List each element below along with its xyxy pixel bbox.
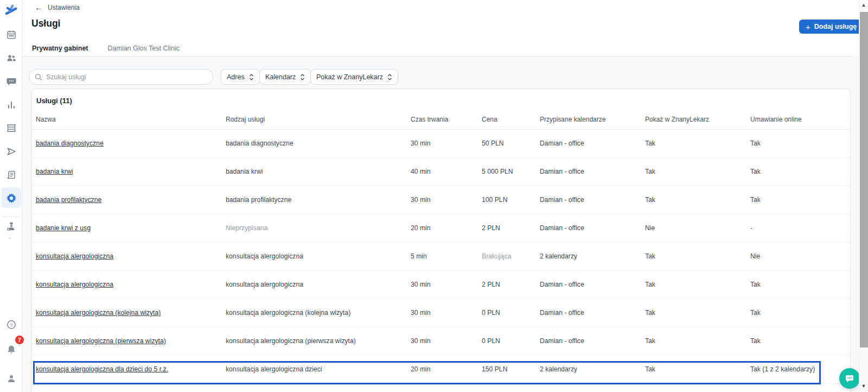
practice-icon[interactable] xyxy=(0,219,22,234)
add-service-button-label: Dodaj usługę xyxy=(814,23,857,30)
service-price: 150 PLN xyxy=(482,365,507,373)
service-type: badania diagnostyczne xyxy=(226,140,293,147)
search-input[interactable] xyxy=(46,73,207,81)
service-price: 0 PLN xyxy=(482,337,500,345)
service-online-booking: Tak xyxy=(750,281,761,288)
service-type: konsultacja alergologiczna xyxy=(226,252,303,260)
service-show-znanylekarz: Tak xyxy=(645,337,655,345)
service-price: Brakująca xyxy=(482,252,511,260)
service-row: badania profilaktyczne badania profilakt… xyxy=(31,186,850,214)
service-name-link[interactable]: badania diagnostyczne xyxy=(36,140,104,147)
service-show-znanylekarz: Tak xyxy=(645,252,655,260)
settings-gear-icon[interactable] xyxy=(0,191,22,206)
services-card: Usługi (11) Nazwa Rodzaj usługi Czas trw… xyxy=(31,88,851,392)
service-duration: 20 min xyxy=(411,365,431,373)
service-name-link[interactable]: konsultacja alergologiczna dla dzieci do… xyxy=(36,365,168,373)
service-type: badania krwi xyxy=(226,168,263,175)
column-rodzaj-uslugi: Rodzaj usługi xyxy=(221,110,406,129)
scrollbar-down-arrow[interactable]: ▼ xyxy=(859,383,868,389)
service-price: 50 PLN xyxy=(482,140,504,147)
service-calendars: 2 kalendarzy xyxy=(540,252,577,260)
chat-bubble-icon xyxy=(845,374,854,383)
service-calendars: Damian - office xyxy=(540,337,584,345)
sidebar-divider xyxy=(3,217,20,217)
services-table: Nazwa Rodzaj usługi Czas trwania Cena Pr… xyxy=(31,110,850,384)
vertical-scrollbar[interactable]: ▲ ▼ xyxy=(859,0,868,392)
service-type: badania profilaktyczne xyxy=(226,196,291,204)
service-row: konsultacja alergologiczna (kolejna wizy… xyxy=(31,299,850,327)
breadcrumb-label[interactable]: Ustawienia xyxy=(48,4,80,11)
notification-badge: 7 xyxy=(15,336,24,344)
profile-icon[interactable] xyxy=(0,371,22,386)
service-online-booking: Tak xyxy=(750,168,761,175)
chevron-up-down-icon xyxy=(300,73,305,81)
filter-pokaz-label: Pokaż w ZnanyLekarz xyxy=(316,73,383,81)
billing-icon[interactable] xyxy=(0,167,22,182)
scrollbar-thumb[interactable] xyxy=(860,12,868,347)
service-price: 0 PLN xyxy=(482,309,500,317)
campaigns-send-icon[interactable] xyxy=(0,144,22,159)
service-duration: 30 min xyxy=(411,309,431,317)
service-show-znanylekarz: Tak xyxy=(645,196,655,204)
service-name-link[interactable]: konsultacja alergologiczna (kolejna wizy… xyxy=(36,309,161,317)
back-arrow-icon[interactable]: ← xyxy=(35,3,43,11)
page-title: Usługi xyxy=(31,18,60,29)
service-duration: 30 min xyxy=(411,281,431,288)
patients-icon[interactable] xyxy=(0,50,22,66)
statistics-icon[interactable] xyxy=(0,97,22,112)
service-calendars: Damian - office xyxy=(540,224,584,232)
service-name-link[interactable]: konsultacja alergologiczna xyxy=(36,281,113,288)
scrollbar-up-arrow[interactable]: ▲ xyxy=(859,2,868,8)
service-name-link[interactable]: konsultacja alergologiczna xyxy=(36,252,113,260)
services-count-title: Usługi (11) xyxy=(31,97,850,105)
service-calendars: Damian - office xyxy=(540,168,584,175)
service-price: 2 PLN xyxy=(482,281,500,288)
service-calendars: Damian - office xyxy=(540,309,584,317)
chevron-up-down-icon xyxy=(387,73,392,81)
svg-text:?: ? xyxy=(10,322,12,328)
column-pokaz-w-znanylekarz: Pokaż w ZnanyLekarz xyxy=(641,110,746,129)
service-row: badania krwi badania krwi 40 min 5 000 P… xyxy=(31,157,850,186)
service-row: badania diagnostyczne badania diagnostyc… xyxy=(31,129,850,157)
app-logo-icon[interactable] xyxy=(0,3,22,18)
service-show-znanylekarz: Tak xyxy=(645,168,655,175)
service-online-booking: Tak xyxy=(750,140,761,147)
practice-chevron-down-icon[interactable]: ⌄ xyxy=(8,235,12,240)
icon-sidebar: ⌄ ? 7 xyxy=(0,0,22,392)
service-name-link[interactable]: badania krwi xyxy=(36,168,73,175)
service-name-link[interactable]: konsultacja alergologiczna (pierwsza wiz… xyxy=(36,337,166,345)
service-type: konsultacja alergologiczna dzieci xyxy=(226,365,322,373)
add-service-button[interactable]: + Dodaj usługę xyxy=(799,20,863,34)
service-row: badanie krwi z usg Nieprzypisana 20 min … xyxy=(31,214,850,242)
service-name-link[interactable]: badanie krwi z usg xyxy=(36,224,91,232)
service-calendars: Damian - office xyxy=(540,196,584,204)
service-online-booking: Tak (1 z 2 kalendarzy) xyxy=(750,365,815,373)
column-nazwa: Nazwa xyxy=(31,110,221,129)
service-type: konsultacja alergologiczna (pierwsza wiz… xyxy=(226,337,356,345)
messages-icon[interactable] xyxy=(0,74,22,89)
service-type: Nieprzypisana xyxy=(226,224,267,232)
filter-adres-dropdown[interactable]: Adres xyxy=(221,69,260,85)
chevron-up-down-icon xyxy=(249,73,254,81)
chat-fab-button[interactable] xyxy=(839,368,860,389)
breadcrumb: ← Ustawienia xyxy=(35,3,80,11)
service-online-booking: Tak xyxy=(750,196,761,204)
service-duration: 5 min xyxy=(411,252,427,260)
service-show-znanylekarz: Nie xyxy=(645,224,655,232)
services-list-icon[interactable] xyxy=(0,121,22,136)
notifications-bell-icon[interactable] xyxy=(0,342,22,357)
service-row: konsultacja alergologiczna konsultacja a… xyxy=(31,270,850,299)
calendar-icon[interactable] xyxy=(0,27,22,42)
service-duration: 20 min xyxy=(411,224,431,232)
service-name-link[interactable]: badania profilaktyczne xyxy=(36,196,101,204)
services-table-body: badania diagnostyczne badania diagnostyc… xyxy=(31,129,850,383)
service-duration: 30 min xyxy=(411,337,431,345)
service-show-znanylekarz: Tak xyxy=(645,140,655,147)
filter-pokaz-w-znanylekarz-dropdown[interactable]: Pokaż w ZnanyLekarz xyxy=(310,69,398,85)
service-row: konsultacja alergologiczna (pierwsza wiz… xyxy=(31,327,850,355)
help-icon[interactable]: ? xyxy=(0,317,22,332)
service-price: 2 PLN xyxy=(482,224,500,232)
filter-kalendarz-dropdown[interactable]: Kalendarz xyxy=(259,69,311,85)
service-calendars: 2 kalendarzy xyxy=(540,365,577,373)
column-cena: Cena xyxy=(477,110,535,129)
